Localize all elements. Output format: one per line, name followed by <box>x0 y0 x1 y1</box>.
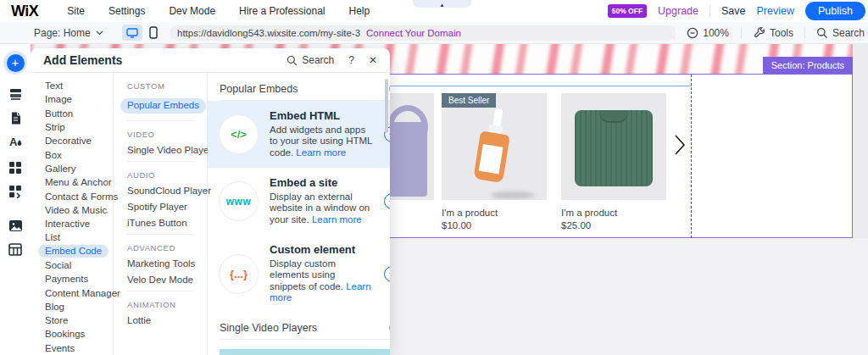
code-icon: </> <box>219 114 259 154</box>
subcategory-list: CUSTOM Popular Embeds VIDEO Single Video… <box>114 73 208 355</box>
sweater-image <box>575 110 653 186</box>
media-icon[interactable] <box>8 218 23 233</box>
save-button[interactable]: Save <box>721 5 746 17</box>
menu-dev-mode[interactable]: Dev Mode <box>169 5 215 17</box>
subcategory-popular-embeds[interactable]: Popular Embeds <box>120 98 206 114</box>
group-header-advanced: ADVANCED <box>127 243 207 252</box>
category-video-music[interactable]: Video & Music <box>31 203 113 217</box>
panel-help-button[interactable]: ? <box>348 54 354 66</box>
category-interactive[interactable]: Interactive <box>31 217 113 230</box>
subcategory-spotify-player[interactable]: Spotify Player <box>127 202 207 213</box>
canvas-right-margin <box>853 44 868 238</box>
connect-domain-link[interactable]: Connect Your Domain <box>366 28 461 38</box>
add-embed-site-button[interactable]: + <box>384 193 390 209</box>
mobile-view-button[interactable] <box>149 26 158 39</box>
gallery-border-line <box>373 86 691 86</box>
add-custom-element-button[interactable]: + <box>384 266 390 282</box>
zoom-out-icon <box>687 27 698 39</box>
category-payments[interactable]: Payments <box>31 272 113 286</box>
custom-element-item[interactable]: {...} Custom element Display custom elem… <box>208 235 390 313</box>
zoom-control[interactable]: 100% <box>687 27 729 39</box>
panel-close-button[interactable]: ✕ <box>369 54 377 66</box>
upgrade-link[interactable]: Upgrade <box>658 5 698 17</box>
embed-description: Display custom elements using snippets o… <box>270 258 343 291</box>
learn-more-link[interactable]: Learn more <box>296 147 346 158</box>
desktop-view-button[interactable] <box>122 25 142 41</box>
info-icon[interactable]: i <box>389 322 390 334</box>
category-bookings[interactable]: Bookings <box>31 327 113 341</box>
category-embed-code[interactable]: Embed Code <box>31 245 113 258</box>
product-card-1[interactable]: Best Seller <box>442 93 547 200</box>
subcategory-velo-dev-mode[interactable]: Velo Dev Mode <box>127 275 207 286</box>
panel-search-button[interactable]: Search <box>287 54 334 66</box>
tools-button[interactable]: Tools <box>754 27 793 39</box>
site-url-bar[interactable]: https://davidlong543.wixsite.com/my-site… <box>170 25 676 41</box>
preview-button[interactable]: Preview <box>757 5 794 17</box>
category-contact-forms[interactable]: Contact & Forms <box>31 189 113 202</box>
popular-embeds-title: Popular Embeds <box>220 83 298 95</box>
app-market-icon[interactable] <box>8 160 23 175</box>
embed-html-item[interactable]: </> Embed HTML Add widgets and apps to y… <box>208 101 390 168</box>
gallery-next-arrow-icon[interactable] <box>674 134 687 156</box>
divider <box>127 234 193 235</box>
embed-title: Embed HTML <box>270 110 373 122</box>
category-gallery[interactable]: Gallery <box>31 162 113 175</box>
content-manager-icon[interactable] <box>8 241 23 257</box>
video-player-thumbnail[interactable] <box>220 349 390 355</box>
product-name[interactable]: I'm a product <box>561 208 617 218</box>
category-box[interactable]: Box <box>31 147 113 161</box>
page-selector[interactable]: Page: Home <box>34 27 103 39</box>
product-name[interactable]: I'm a product <box>442 208 498 218</box>
category-strip[interactable]: Strip <box>31 120 113 134</box>
search-icon <box>816 27 828 39</box>
menu-settings[interactable]: Settings <box>108 5 145 17</box>
category-blog[interactable]: Blog <box>31 300 113 313</box>
group-header-video: VIDEO <box>127 130 207 139</box>
subcategory-lottie[interactable]: Lottie <box>127 315 207 326</box>
category-list: Text Image Button Strip Decorative Box G… <box>31 73 114 355</box>
top-actions: 50% OFF Upgrade Save Preview Publish <box>608 2 868 20</box>
learn-more-link[interactable]: Learn more <box>312 214 362 225</box>
wrench-icon <box>754 27 765 39</box>
category-image[interactable]: Image <box>31 92 113 106</box>
menu-hire-a-professional[interactable]: Hire a Professional <box>239 5 325 17</box>
menu-site[interactable]: Site <box>67 5 85 17</box>
product-price: $25.00 <box>561 220 591 230</box>
category-decorative[interactable]: Decorative <box>31 134 113 147</box>
divider <box>804 27 805 39</box>
single-video-players-title: Single Video Players <box>220 322 317 334</box>
category-content-manager[interactable]: Content Manager <box>31 286 113 299</box>
panel-scrollbar[interactable] <box>385 79 388 133</box>
menu-help[interactable]: Help <box>348 5 370 17</box>
category-menu-anchor[interactable]: Menu & Anchor <box>31 175 113 189</box>
embed-title: Custom element <box>270 244 373 256</box>
category-list-item[interactable]: List <box>31 230 113 244</box>
info-icon[interactable]: i <box>389 83 390 95</box>
publish-button[interactable]: Publish <box>805 2 865 20</box>
subcategory-itunes-button[interactable]: iTunes Button <box>127 218 207 229</box>
plus-icon: + <box>7 54 25 72</box>
subcategory-marketing-tools[interactable]: Marketing Tools <box>127 258 207 269</box>
subcategory-soundcloud-player[interactable]: SoundCloud Player <box>127 186 207 197</box>
add-elements-button[interactable]: + <box>3 51 27 75</box>
category-button[interactable]: Button <box>31 107 113 120</box>
site-pages-icon[interactable] <box>8 110 23 125</box>
add-section-icon[interactable] <box>8 86 23 102</box>
my-business-icon[interactable] <box>8 184 23 199</box>
editor-search-button[interactable]: Search <box>816 27 865 39</box>
product-card-2[interactable] <box>561 93 666 200</box>
editor-left-rail: + A <box>0 44 31 355</box>
category-events[interactable]: Events <box>31 341 113 355</box>
site-design-icon[interactable]: A <box>8 134 23 149</box>
category-social[interactable]: Social <box>31 258 113 272</box>
category-text[interactable]: Text <box>31 79 113 92</box>
subcategory-single-video-players[interactable]: Single Video Players <box>127 145 207 156</box>
desktop-icon <box>126 28 138 38</box>
wix-logo[interactable]: WiX <box>11 3 38 20</box>
section-label-badge[interactable]: Section: Products <box>763 57 853 74</box>
category-store[interactable]: Store <box>31 313 113 327</box>
embed-site-item[interactable]: www Embed a site Display an external web… <box>208 168 390 235</box>
search-icon <box>287 55 298 66</box>
tools-label: Tools <box>770 27 793 39</box>
collapsed-tooltip-partial[interactable]: ▲ <box>413 0 471 8</box>
